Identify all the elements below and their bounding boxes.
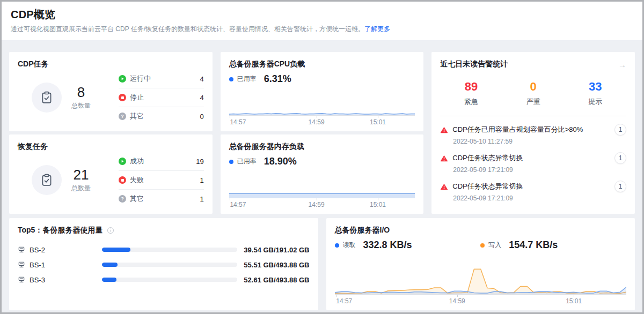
stopped-status-icon: [119, 94, 126, 101]
alert-item-time: 2022-05-10 11:27:59: [453, 138, 626, 145]
top5-title-row: Top5：备份服务器使用量: [18, 226, 310, 235]
usage-bar-fill: [102, 263, 117, 267]
top-card-grid: CDP任务 8 总数量 运行中 4: [9, 52, 635, 214]
write-value: 154.7 KB/s: [509, 240, 558, 251]
alert-count-badge: 1: [614, 124, 626, 136]
memory-chart: 14:5714:5915:01: [229, 175, 415, 208]
cpu-load-card: 总备份服务器CPU负载 已用率 6.31% 14:5714:5915:01: [221, 52, 424, 131]
stat-value: 1: [200, 195, 203, 203]
usage-bar-fill: [102, 248, 130, 252]
cdp-tasks-card: CDP任务 8 总数量 运行中 4: [9, 52, 213, 131]
divider: [440, 116, 626, 116]
recovery-tasks-stat-list: 成功 19 失败 1 ?其它 1: [119, 152, 204, 208]
read-legend-dot-icon: [335, 243, 339, 248]
memory-load-title: 总备份服务器内存负载: [229, 142, 415, 152]
read-label: 读取: [343, 241, 356, 250]
info-icon[interactable]: [107, 227, 114, 234]
learn-more-link[interactable]: 了解更多: [364, 25, 390, 33]
stat-label-group: 停止: [119, 93, 144, 102]
other-status-icon: ?: [119, 113, 126, 120]
top5-row: BS-1 55.51 GB/493.88 GB: [18, 257, 310, 272]
alerts-title: 近七日未读告警统计: [440, 59, 508, 69]
usage-text: 39.54 GB/191.02 GB: [244, 246, 309, 254]
alert-stat-value: 33: [564, 80, 626, 94]
memory-load-card: 总备份服务器内存负载 已用率 18.90% 14:5714:5915:01: [221, 134, 424, 214]
cpu-chart-axis: 14:5714:5915:01: [229, 115, 415, 126]
page-title: CDP概览: [11, 8, 633, 22]
memory-chart-plot: [229, 175, 415, 198]
alert-item-title: CDP任务已用容量占规划容量百分比>80%: [452, 125, 610, 134]
top5-list: BS-2 39.54 GB/191.02 GB BS-1 55.51 GB/49…: [18, 242, 310, 287]
cpu-chart: 14:5714:5915:01: [229, 93, 415, 126]
stat-label: 成功: [130, 156, 144, 166]
cdp-tasks-total-count: 8: [71, 85, 91, 101]
server-name: BS-2: [30, 246, 45, 254]
alert-item-top: CDP任务状态异常切换 1: [440, 181, 626, 192]
cdp-tasks-title: CDP任务: [18, 59, 204, 69]
io-read-legend: 读取 332.8 KB/s: [335, 240, 481, 251]
failed-status-icon: [119, 176, 126, 184]
stat-row-running: 运行中 4: [119, 70, 204, 88]
cpu-legend-label: 已用率: [237, 74, 257, 84]
top5-row: BS-2 39.54 GB/191.02 GB: [18, 242, 310, 257]
server-name-group: BS-2: [18, 246, 102, 254]
recovery-tasks-total-group: 21 总数量: [32, 165, 107, 195]
cdp-overview-page: CDP概览 通过可视化视图直观展示当前云平台 CDP 任务/恢复任务的数量和状态…: [0, 0, 644, 314]
memory-legend: 已用率 18.90%: [229, 156, 415, 167]
stat-label: 失败: [130, 175, 144, 185]
recovery-tasks-body: 21 总数量 成功 19 失败 1: [18, 152, 204, 208]
alert-item-title: CDP任务状态异常切换: [452, 153, 610, 163]
cdp-tasks-stat-list: 运行中 4 停止 4 ?其它 0: [119, 70, 204, 125]
memory-usage-value: 18.90%: [264, 156, 297, 167]
write-legend-dot-icon: [480, 243, 485, 248]
alert-stat-severe: 0 严重: [502, 80, 565, 107]
usage-text: 55.51 GB/493.88 GB: [244, 261, 309, 269]
alert-stat-label: 严重: [502, 97, 565, 107]
stat-value: 0: [200, 113, 203, 121]
warning-triangle-icon: [440, 183, 448, 191]
stat-label: 其它: [130, 194, 144, 204]
stat-row-failed: 失败 1: [119, 170, 204, 189]
alert-stat-value: 89: [440, 80, 502, 94]
stat-row-success: 成功 19: [119, 152, 204, 170]
alert-count-badge: 1: [614, 181, 626, 192]
alert-stats: 89 紧急 0 严重 33 提示: [440, 80, 626, 107]
cpu-load-title: 总备份服务器CPU负载: [229, 59, 415, 69]
server-name-group: BS-1: [18, 261, 102, 269]
arrow-right-icon[interactable]: →: [618, 61, 626, 69]
cpu-chart-plot: [229, 93, 415, 115]
cpu-legend: 已用率 6.31%: [229, 73, 415, 85]
alert-item[interactable]: CDP任务已用容量占规划容量百分比>80% 1 2022-05-10 11:27…: [440, 124, 626, 145]
memory-chart-axis: 14:5714:5915:01: [229, 198, 415, 208]
stat-label-group: 成功: [119, 156, 144, 166]
alert-stat-info: 33 提示: [564, 80, 626, 107]
success-status-icon: [119, 158, 126, 165]
legend-dot-icon: [229, 160, 233, 164]
clipboard-check-icon: [32, 165, 62, 195]
alerts-card: 近七日未读告警统计 → 89 紧急 0 严重 33 提示: [431, 52, 635, 214]
stat-label-group: 失败: [119, 175, 144, 185]
alert-item[interactable]: CDP任务状态异常切换 1 2022-05-09 17:21:09: [440, 181, 626, 202]
stat-value: 4: [200, 94, 203, 102]
recovery-tasks-title: 恢复任务: [18, 142, 204, 152]
alert-item[interactable]: CDP任务状态异常切换 1 2022-05-09 17:21:09: [440, 152, 626, 174]
recovery-tasks-total-label: 总数量: [71, 184, 91, 193]
page-header: CDP概览 通过可视化视图直观展示当前云平台 CDP 任务/恢复任务的数量和状态…: [2, 2, 642, 40]
server-name: BS-3: [30, 276, 45, 284]
warning-triangle-icon: [440, 126, 448, 134]
server-icon: [18, 261, 25, 268]
cdp-tasks-total: 8 总数量: [71, 85, 91, 111]
server-icon: [18, 276, 25, 283]
clipboard-check-icon: [32, 83, 62, 113]
bottom-card-grid: Top5：备份服务器使用量 BS-2 39.54 GB/191.02 GB BS…: [9, 218, 635, 310]
usage-bar-track: [102, 263, 237, 267]
stat-row-other: ?其它 1: [119, 189, 204, 208]
alert-item-top: CDP任务已用容量占规划容量百分比>80% 1: [440, 124, 626, 136]
io-write-legend: 写入 154.7 KB/s: [480, 240, 626, 251]
stat-label-group: 运行中: [119, 74, 151, 84]
alerts-title-row: 近七日未读告警统计 →: [440, 59, 626, 69]
memory-legend-label: 已用率: [237, 157, 257, 166]
server-icon: [18, 246, 25, 253]
usage-bar-track: [102, 278, 237, 282]
page-subtitle-text: 通过可视化视图直观展示当前云平台 CDP 任务/恢复任务的数量和状态统计、容量使…: [11, 25, 364, 33]
